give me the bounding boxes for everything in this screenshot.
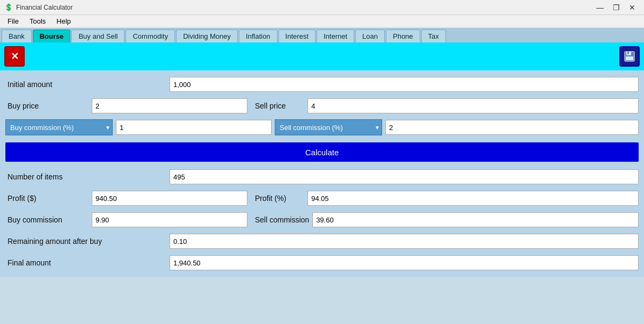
toolbar-row: ✕: [0, 42, 644, 70]
sell-commission-result-label: Sell commission: [251, 215, 309, 224]
calculate-button[interactable]: Calculate: [5, 142, 639, 162]
menu-tools[interactable]: Tools: [24, 16, 51, 26]
window-close-button[interactable]: ✕: [625, 2, 640, 13]
buy-price-label: Buy price: [5, 102, 89, 110]
final-amount-input[interactable]: [170, 255, 639, 270]
profit-percent-label: Profit (%): [251, 194, 304, 203]
tab-internet[interactable]: Internet: [317, 30, 354, 42]
title-bar: 💲 Financial Calculator — ❐ ✕: [0, 0, 644, 15]
app-icon: 💲: [4, 3, 13, 11]
final-amount-label: Final amount: [5, 258, 166, 267]
menu-bar: File Tools Help: [0, 15, 644, 28]
price-row: Buy price Sell price: [5, 97, 639, 114]
remaining-amount-label: Remaining amount after buy: [5, 237, 166, 246]
form-area: Initial amount Buy price Sell price Buy …: [0, 70, 644, 277]
sell-commission-dropdown-wrapper: Sell commission (%) ▼: [275, 119, 382, 135]
sell-price-input[interactable]: [308, 98, 639, 113]
tab-buy-and-sell[interactable]: Buy and Sell: [71, 30, 125, 42]
buy-commission-dropdown-wrapper: Buy commission (%) ▼: [5, 119, 113, 135]
sell-commission-select[interactable]: Sell commission (%): [275, 119, 382, 135]
commission-row: Buy commission (%) ▼ Sell commission (%)…: [5, 119, 639, 136]
tab-interest[interactable]: Interest: [279, 30, 316, 42]
maximize-button[interactable]: ❐: [609, 2, 624, 13]
menu-help[interactable]: Help: [51, 16, 76, 26]
menu-file[interactable]: File: [2, 16, 24, 26]
sell-commission-result-input[interactable]: [312, 212, 639, 227]
sell-commission-input[interactable]: [385, 120, 639, 135]
svg-rect-3: [626, 56, 633, 60]
tab-tax[interactable]: Tax: [421, 30, 446, 42]
initial-amount-input[interactable]: [170, 77, 639, 92]
save-button[interactable]: [619, 46, 640, 67]
final-amount-row: Final amount: [5, 254, 639, 271]
remaining-amount-input[interactable]: [170, 234, 639, 249]
buy-price-input[interactable]: [92, 98, 247, 113]
tab-dividing-money[interactable]: Dividing Money: [176, 30, 238, 42]
initial-amount-row: Initial amount: [5, 76, 639, 93]
number-of-items-label: Number of items: [5, 172, 166, 181]
clear-button[interactable]: ✕: [4, 46, 25, 67]
profit-row: Profit ($) Profit (%): [5, 190, 639, 207]
buy-commission-input[interactable]: [116, 120, 272, 135]
tab-loan[interactable]: Loan: [355, 30, 385, 42]
profit-percent-input[interactable]: [308, 191, 639, 206]
buy-commission-select[interactable]: Buy commission (%): [5, 119, 113, 135]
sell-price-label: Sell price: [251, 102, 304, 110]
tab-bank[interactable]: Bank: [2, 30, 32, 42]
tab-inflation[interactable]: Inflation: [239, 30, 277, 42]
tab-phone[interactable]: Phone: [386, 30, 420, 42]
minimize-button[interactable]: —: [592, 2, 608, 13]
svg-rect-2: [627, 52, 629, 54]
initial-amount-label: Initial amount: [5, 80, 166, 89]
tab-commodity[interactable]: Commodity: [126, 30, 175, 42]
profit-dollar-label: Profit ($): [5, 194, 89, 203]
window-controls: — ❐ ✕: [592, 2, 640, 13]
buy-commission-result-label: Buy commission: [5, 215, 89, 224]
tab-bourse[interactable]: Bourse: [33, 30, 71, 42]
main-content: ✕ Initial amount Buy price Sell price: [0, 42, 644, 277]
tab-bar: Bank Bourse Buy and Sell Commodity Divid…: [0, 28, 644, 42]
remaining-amount-row: Remaining amount after buy: [5, 233, 639, 250]
buy-commission-result-input[interactable]: [92, 212, 247, 227]
profit-dollar-input[interactable]: [92, 191, 247, 206]
app-title: Financial Calculator: [16, 4, 592, 11]
number-of-items-row: Number of items: [5, 168, 639, 185]
number-of-items-input[interactable]: [170, 169, 639, 184]
commission-result-row: Buy commission Sell commission: [5, 211, 639, 228]
